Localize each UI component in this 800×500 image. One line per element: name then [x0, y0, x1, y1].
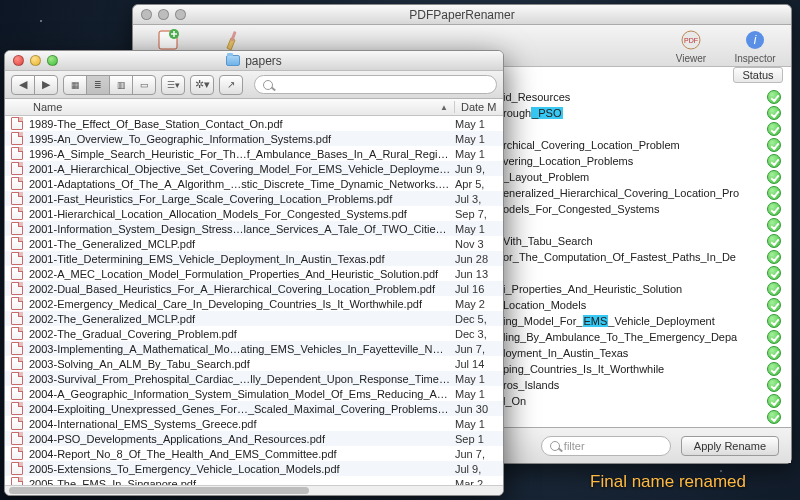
- finder-search-input[interactable]: [254, 75, 497, 94]
- action-button[interactable]: ✲▾: [190, 75, 214, 95]
- pdf-file-icon: [11, 462, 23, 475]
- file-name: 2003-Survival_From_Prehospital_Cardiac_……: [29, 373, 455, 385]
- search-icon: [263, 80, 273, 90]
- status-column-header[interactable]: Status: [733, 67, 783, 83]
- filter-placeholder: filter: [564, 440, 585, 452]
- pdf-file-icon: [11, 357, 23, 370]
- file-date: Dec 5,: [455, 313, 503, 325]
- icon-view-button[interactable]: ▦: [63, 75, 87, 95]
- file-row[interactable]: 2002-The_Gradual_Covering_Problem.pdfDec…: [5, 326, 503, 341]
- back-button[interactable]: ◀: [11, 75, 35, 95]
- file-name: 2005-Extensions_To_Emergency_Vehicle_Loc…: [29, 463, 455, 475]
- app-titlebar: PDFPaperRenamer: [133, 5, 791, 25]
- file-date: Sep 1: [455, 433, 503, 445]
- pdf-file-icon: [11, 147, 23, 160]
- name-column-header[interactable]: Name ▲: [29, 101, 455, 113]
- file-date: Jul 9,: [455, 463, 503, 475]
- file-row[interactable]: 2005-The_EMS_In_Singapore.pdfMar 2: [5, 476, 503, 485]
- file-row[interactable]: 2001-Adaptations_Of_The_A_Algorithm_…sti…: [5, 176, 503, 191]
- file-row[interactable]: 2004-PSO_Developments_Applications_And_R…: [5, 431, 503, 446]
- result-name: l_On: [503, 395, 761, 407]
- viewer-label: Viewer: [676, 53, 706, 64]
- column-view-button[interactable]: ▥: [109, 75, 133, 95]
- file-row[interactable]: 2002-Emergency_Medical_Care_In_Developin…: [5, 296, 503, 311]
- status-ok-icon: [767, 218, 781, 232]
- file-name: 2004-Report_No_8_Of_The_Health_And_EMS_C…: [29, 448, 455, 460]
- file-date: Jun 7,: [455, 343, 503, 355]
- file-row[interactable]: 2001-A_Hierarchical_Objective_Set_Coveri…: [5, 161, 503, 176]
- file-row[interactable]: 2001-Hierarchical_Location_Allocation_Mo…: [5, 206, 503, 221]
- file-row[interactable]: 1996-A_Simple_Search_Heuristic_For_Th…f_…: [5, 146, 503, 161]
- status-ok-icon: [767, 154, 781, 168]
- file-row[interactable]: 2003-Solving_An_ALM_By_Tabu_Search.pdfJu…: [5, 356, 503, 371]
- file-row[interactable]: 2003-Implementing_A_Mathematical_Mo…atin…: [5, 341, 503, 356]
- status-ok-icon: [767, 394, 781, 408]
- sort-ascending-icon: ▲: [440, 103, 448, 112]
- file-row[interactable]: 2005-Extensions_To_Emergency_Vehicle_Loc…: [5, 461, 503, 476]
- file-row[interactable]: 2002-A_MEC_Location_Model_Formulation_Pr…: [5, 266, 503, 281]
- svg-rect-2: [230, 31, 236, 41]
- list-view-button[interactable]: ≣: [86, 75, 110, 95]
- filter-input[interactable]: filter: [541, 436, 671, 456]
- inspector-label: Inspector: [734, 53, 775, 64]
- viewer-button[interactable]: PDF Viewer: [663, 27, 719, 64]
- file-name: 2002-Dual_Based_Heuristics_For_A_Hierarc…: [29, 283, 455, 295]
- pdf-file-icon: [11, 282, 23, 295]
- svg-text:PDF: PDF: [684, 37, 698, 44]
- pdf-file-icon: [11, 297, 23, 310]
- file-row[interactable]: 2001-Information_System_Design_Stress…la…: [5, 221, 503, 236]
- status-ok-icon: [767, 362, 781, 376]
- file-row[interactable]: 2004-International_EMS_Systems_Greece.pd…: [5, 416, 503, 431]
- scrollbar-thumb[interactable]: [9, 487, 309, 494]
- date-column-header[interactable]: Date M: [455, 101, 503, 113]
- file-date: Jun 13: [455, 268, 503, 280]
- pdf-file-icon: [11, 402, 23, 415]
- result-name: id_Resources: [503, 91, 761, 103]
- result-name: loyment_In_Austin_Texas: [503, 347, 761, 359]
- finder-titlebar: papers: [5, 51, 503, 71]
- pdf-file-icon: [11, 237, 23, 250]
- file-date: May 1: [455, 118, 503, 130]
- file-row[interactable]: 2002-The_Generalized_MCLP.pdfDec 5,: [5, 311, 503, 326]
- file-row[interactable]: 2002-Dual_Based_Heuristics_For_A_Hierarc…: [5, 281, 503, 296]
- file-date: May 1: [455, 388, 503, 400]
- status-ok-icon: [767, 202, 781, 216]
- file-row[interactable]: 2001-Title_Determining_EMS_Vehicle_Deplo…: [5, 251, 503, 266]
- file-row[interactable]: 2003-Survival_From_Prehospital_Cardiac_……: [5, 371, 503, 386]
- file-row[interactable]: 1989-The_Effect_Of_Base_Station_Contact_…: [5, 116, 503, 131]
- inspector-button[interactable]: i Inspector: [727, 27, 783, 64]
- arrange-button[interactable]: ☰▾: [161, 75, 185, 95]
- file-row[interactable]: 2001-Fast_Heuristics_For_Large_Scale_Cov…: [5, 191, 503, 206]
- file-date: May 1: [455, 373, 503, 385]
- file-name: 1996-A_Simple_Search_Heuristic_For_Th…f_…: [29, 148, 455, 160]
- file-row[interactable]: 2004-Exploiting_Unexpressed_Genes_For…_S…: [5, 401, 503, 416]
- pdf-file-icon: [11, 267, 23, 280]
- share-button[interactable]: ↗: [219, 75, 243, 95]
- file-name: 2002-A_MEC_Location_Model_Formulation_Pr…: [29, 268, 455, 280]
- file-row[interactable]: 2004-Report_No_8_Of_The_Health_And_EMS_C…: [5, 446, 503, 461]
- file-row[interactable]: 2004-A_Geographic_Information_System_Sim…: [5, 386, 503, 401]
- pdf-file-icon: [11, 117, 23, 130]
- finder-title: papers: [5, 54, 503, 68]
- result-name: ing_Model_For_EMS_Vehicle_Deployment: [503, 315, 761, 327]
- status-ok-icon: [767, 410, 781, 424]
- apply-rename-button[interactable]: Apply Rename: [681, 436, 779, 456]
- file-name: 2004-International_EMS_Systems_Greece.pd…: [29, 418, 455, 430]
- horizontal-scrollbar[interactable]: [5, 485, 503, 495]
- pdf-file-icon: [11, 327, 23, 340]
- file-name: 2002-The_Gradual_Covering_Problem.pdf: [29, 328, 455, 340]
- file-date: Jun 30: [455, 403, 503, 415]
- coverflow-view-button[interactable]: ▭: [132, 75, 156, 95]
- file-row[interactable]: 2001-The_Generalized_MCLP.pdfNov 3: [5, 236, 503, 251]
- file-list[interactable]: 1989-The_Effect_Of_Base_Station_Contact_…: [5, 116, 503, 485]
- finder-toolbar: ◀ ▶ ▦ ≣ ▥ ▭ ☰▾ ✲▾ ↗: [5, 71, 503, 99]
- file-name: 2003-Solving_An_ALM_By_Tabu_Search.pdf: [29, 358, 455, 370]
- file-row[interactable]: 1995-An_Overview_To_Geographic_Informati…: [5, 131, 503, 146]
- file-date: May 1: [455, 223, 503, 235]
- forward-button[interactable]: ▶: [34, 75, 58, 95]
- result-name: Vith_Tabu_Search: [503, 235, 761, 247]
- file-date: Dec 3,: [455, 328, 503, 340]
- caption-overlay: Final name renamed: [590, 472, 746, 492]
- file-name: 2004-PSO_Developments_Applications_And_R…: [29, 433, 455, 445]
- file-name: 2002-Emergency_Medical_Care_In_Developin…: [29, 298, 455, 310]
